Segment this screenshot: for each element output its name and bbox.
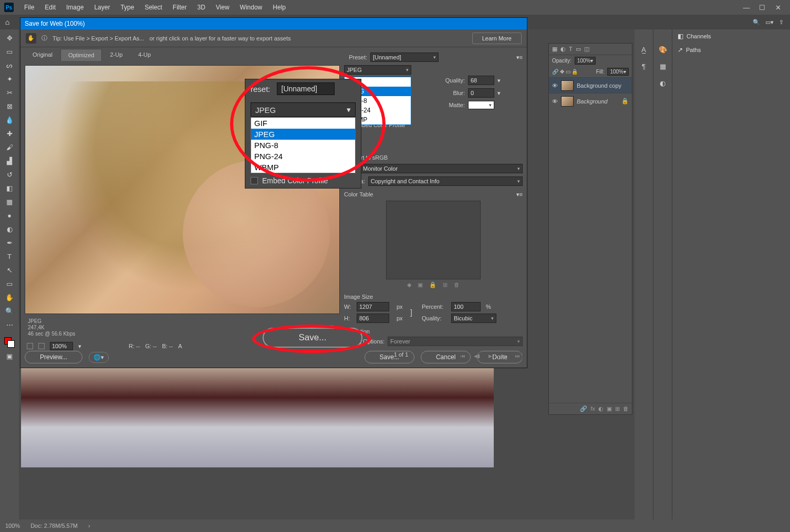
menu-help[interactable]: Help [267,2,291,13]
channels-tab[interactable]: ◧Channels [672,29,790,43]
visibility-icon[interactable]: 👁 [552,82,558,89]
search-icon[interactable]: 🔍 [753,19,760,26]
swatch-fgbg[interactable] [4,337,15,348]
window-minimize-button[interactable]: — [740,2,753,13]
anno-opt-wbmp[interactable]: WBMP [251,162,355,173]
menu-type[interactable]: Type [115,2,139,13]
fill-field[interactable]: 100%▾ [607,68,629,76]
shape-tool-icon[interactable]: ▭ [3,278,16,289]
next-frame-icon[interactable]: ▮▶ [498,352,510,360]
anno-opt-png24[interactable]: PNG-24 [251,151,355,162]
filter-adjust-icon[interactable]: ◐ [560,46,566,53]
menu-image[interactable]: Image [61,2,89,13]
menu-edit[interactable]: Edit [39,2,61,13]
fx-icon[interactable]: fx [590,405,595,412]
color-panel-icon[interactable]: 🎨 [657,44,669,55]
crop-tool-icon[interactable]: ✂ [3,87,16,98]
stamp-tool-icon[interactable]: ▟ [3,155,16,166]
anno-opt-gif[interactable]: GIF [251,118,355,129]
preset-select[interactable]: [Unnamed]▾ [370,53,439,62]
menu-select[interactable]: Select [139,2,167,13]
anno-opt-png8[interactable]: PNG-8 [251,140,355,151]
marquee-tool-icon[interactable]: ▭ [3,46,16,57]
status-zoom[interactable]: 100% [5,523,20,529]
home-icon[interactable]: ⌂ [0,18,15,26]
blur-arrow-icon[interactable]: ▾ [497,90,501,97]
resample-select[interactable]: Bicubic▾ [451,314,496,323]
anno-format-select[interactable]: JPEG▾ [251,102,356,117]
zoom-field[interactable] [50,342,73,350]
quickmask-icon[interactable]: ▣ [3,351,16,361]
frame-tool-icon[interactable]: ⊠ [3,101,16,111]
prev-frame-icon[interactable]: ◀▮ [471,352,483,360]
filter-pixel-icon[interactable]: ▦ [552,46,557,53]
trash-icon[interactable]: 🗑 [623,405,629,412]
ct-icon-2[interactable]: ▣ [418,281,423,288]
opacity-field[interactable]: 100%▾ [575,57,596,65]
ct-icon-1[interactable]: ◆ [407,281,411,288]
height-field[interactable] [357,314,389,323]
ct-icon-4[interactable]: ⊞ [443,281,448,288]
status-arrow-icon[interactable]: › [88,523,90,529]
menu-filter[interactable]: Filter [168,2,192,13]
menu-file[interactable]: File [19,2,39,13]
gradient-tool-icon[interactable]: ▦ [3,196,16,207]
filter-type-icon[interactable]: T [569,46,573,53]
percent-field[interactable] [451,302,481,311]
visibility-icon[interactable]: 👁 [552,98,558,105]
window-maximize-button[interactable]: ☐ [755,2,769,13]
lock-icons[interactable]: 🔗 ✥ ▭ 🔒 [552,69,578,75]
blur-tool-icon[interactable]: ● [3,210,16,221]
ct-icon-3[interactable]: 🔒 [429,281,436,288]
lasso-tool-icon[interactable]: ᔕ [3,60,16,70]
window-close-button[interactable]: ✕ [771,2,785,13]
share-icon[interactable]: ⇪ [779,19,784,26]
path-tool-icon[interactable]: ↖ [3,265,16,275]
zoom-tool-icon[interactable]: 🔍 [3,306,16,316]
format-select[interactable]: JPEG▾ [344,65,411,75]
tab-2up[interactable]: 2-Up [102,48,130,61]
link-wh-icon[interactable]: ] [410,308,419,317]
filter-shape-icon[interactable]: ▭ [576,46,581,53]
menu-3d[interactable]: 3D [192,2,210,13]
width-field[interactable] [357,302,389,311]
metadata-select[interactable]: Copyright and Contact Info▾ [368,176,523,186]
workspace-icon[interactable]: ▭▾ [765,19,774,26]
pen-tool-icon[interactable]: ✒ [3,237,16,248]
hand-tool-icon[interactable]: ✋ [3,292,16,302]
new-layer-icon[interactable]: ⊞ [615,405,620,412]
dodge-tool-icon[interactable]: ◐ [3,224,16,234]
checkbox-1[interactable] [27,343,33,349]
quality-field[interactable] [468,76,494,85]
anno-preset-value[interactable]: [Unnamed] [277,82,335,95]
matte-swatch[interactable]: ▾ [468,101,494,109]
checkbox-2[interactable] [38,343,45,349]
blur-field[interactable] [468,88,494,98]
browser-preview-icon[interactable]: 🌐▾ [89,352,109,363]
brush-tool-icon[interactable]: 🖌 [3,142,16,152]
tab-original[interactable]: Original [25,48,60,61]
paths-tab[interactable]: ↗Paths [672,43,790,57]
heal-tool-icon[interactable]: ✚ [3,128,16,139]
anno-opt-jpeg[interactable]: JPEG [251,129,355,140]
eraser-tool-icon[interactable]: ◧ [3,183,16,193]
menu-view[interactable]: View [211,2,235,13]
more-tools-icon[interactable]: ⋯ [3,319,16,330]
quality-arrow-icon[interactable]: ▾ [497,77,501,84]
history-brush-icon[interactable]: ↺ [3,169,16,180]
menu-window[interactable]: Window [235,2,268,13]
preview-select[interactable]: Monitor Color▾ [360,164,523,173]
eyedropper-tool-icon[interactable]: 💧 [3,114,16,125]
layer-row-bgcopy[interactable]: 👁 Background copy [549,77,632,93]
swatches-panel-icon[interactable]: ▦ [657,61,669,71]
type-tool-icon[interactable]: T [3,251,16,262]
preview-button[interactable]: Preview... [25,351,82,363]
colortable-menu-icon[interactable]: ▾≡ [516,191,523,198]
zoom-arrow-icon[interactable]: ▾ [78,343,81,350]
annotation-save-button[interactable]: Save... [263,328,362,348]
tab-optimized[interactable]: Optimized [60,49,102,61]
adjustments-panel-icon[interactable]: ◐ [657,78,669,88]
folder-icon[interactable]: ▣ [607,405,612,412]
hand-icon[interactable]: ✋ [26,33,36,44]
anno-embed-checkbox[interactable] [251,177,258,184]
